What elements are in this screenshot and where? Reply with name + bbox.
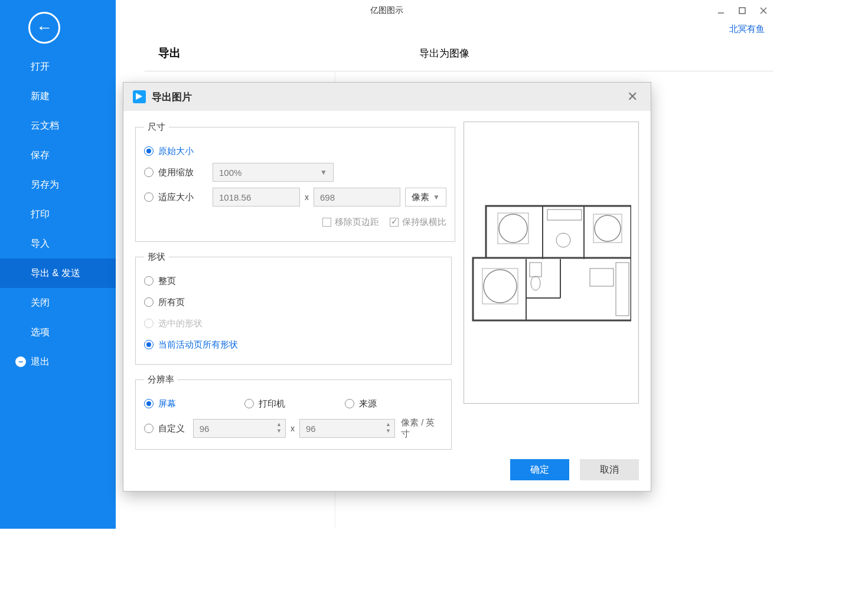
chevron-down-icon: ▼ (320, 168, 327, 176)
dpi-x-value: 96 (200, 424, 210, 434)
checkbox-keep-aspect-label[interactable]: 保持纵横比 (402, 217, 446, 228)
sidebar-item-label: 打开 (31, 61, 50, 73)
width-field[interactable]: 1018.56 (213, 188, 300, 207)
dpi-x-field[interactable]: 96 ▲▼ (193, 419, 286, 438)
header-export-as-image: 导出为图像 (419, 47, 469, 60)
unit-select[interactable]: 像素 ▼ (405, 188, 446, 207)
header-export: 导出 (158, 45, 181, 61)
svg-rect-5 (473, 258, 631, 320)
sidebar-item-label: 退出 (31, 356, 50, 368)
sidebar-item-options[interactable]: 选项 (0, 317, 116, 347)
divider (145, 71, 773, 71)
sidebar-item-label: 保存 (31, 149, 50, 162)
sidebar-item-import[interactable]: 导入 (0, 229, 116, 258)
dpi-y-field[interactable]: 96 ▲▼ (299, 419, 395, 438)
radio-screen-label[interactable]: 屏幕 (158, 398, 244, 410)
sidebar-item-label: 另存为 (31, 179, 59, 191)
titlebar: 亿图图示 (0, 0, 773, 21)
size-legend: 尺寸 (144, 122, 169, 133)
unit-value: 像素 (412, 192, 429, 203)
sidebar-item-label: 云文档 (31, 120, 59, 132)
checkbox-keep-aspect[interactable] (390, 218, 399, 227)
width-value: 1018.56 (219, 192, 251, 202)
sidebar-item-exit[interactable]: − 退出 (0, 347, 116, 376)
radio-source[interactable] (345, 399, 354, 408)
spinner-icon[interactable]: ▲▼ (384, 421, 392, 434)
radio-fit-size-label[interactable]: 适应大小 (158, 192, 213, 203)
sidebar-item-close[interactable]: 关闭 (0, 288, 116, 317)
radio-use-zoom[interactable] (144, 168, 154, 177)
page-header: 导出 导出为图像 (116, 35, 773, 71)
dpi-y-value: 96 (306, 424, 316, 434)
height-field[interactable]: 698 (314, 188, 400, 207)
back-arrow-icon: ← (36, 19, 53, 36)
svg-rect-1 (739, 8, 745, 14)
sidebar-item-label: 新建 (31, 90, 50, 103)
sidebar-item-label: 关闭 (31, 297, 50, 309)
sidebar-item-export-send[interactable]: 导出 & 发送 (0, 258, 116, 288)
shape-group: 形状 整页 所有页 选中的形状 当前活动页所有形状 (135, 251, 452, 365)
sidebar-item-saveas[interactable]: 另存为 (0, 170, 116, 199)
height-value: 698 (320, 192, 335, 202)
dpi-unit-label: 像素 / 英寸 (401, 417, 443, 440)
ok-button[interactable]: 确定 (510, 459, 569, 480)
floorplan-preview-icon (472, 204, 631, 322)
radio-active-page-all-shapes[interactable] (144, 340, 154, 349)
minimize-button[interactable] (716, 6, 726, 15)
app-title: 亿图图示 (370, 5, 403, 16)
sidebar-item-print[interactable]: 打印 (0, 199, 116, 229)
radio-selected-shapes (144, 319, 154, 328)
sidebar-item-cloud[interactable]: 云文档 (0, 111, 116, 140)
chevron-down-icon: ▼ (433, 193, 440, 201)
radio-custom-dpi-label[interactable]: 自定义 (158, 423, 193, 434)
x-separator: x (305, 192, 309, 202)
radio-printer-label[interactable]: 打印机 (259, 398, 345, 410)
radio-screen[interactable] (144, 399, 154, 408)
sidebar: ← 打开 新建 云文档 保存 另存为 打印 导入 导出 & 发送 关闭 选项 −… (0, 0, 116, 529)
zoom-value: 100% (219, 168, 242, 178)
radio-whole-page-label[interactable]: 整页 (158, 276, 176, 287)
sidebar-item-open[interactable]: 打开 (0, 52, 116, 81)
spinner-icon[interactable]: ▲▼ (275, 421, 283, 434)
radio-whole-page[interactable] (144, 276, 154, 286)
radio-use-zoom-label[interactable]: 使用缩放 (158, 167, 213, 178)
radio-printer[interactable] (244, 399, 254, 408)
export-image-dialog: ⯈ 导出图片 ✕ 尺寸 原始大小 使用缩放 100% (123, 82, 651, 492)
sidebar-item-save[interactable]: 保存 (0, 140, 116, 170)
radio-all-pages[interactable] (144, 297, 154, 307)
sidebar-item-label: 打印 (31, 208, 50, 221)
radio-all-pages-label[interactable]: 所有页 (158, 297, 185, 308)
cancel-button[interactable]: 取消 (580, 459, 639, 480)
close-dialog-button[interactable]: ✕ (624, 89, 641, 104)
size-group: 尺寸 原始大小 使用缩放 100% ▼ (135, 122, 455, 242)
radio-selected-shapes-label: 选中的形状 (158, 318, 203, 329)
radio-original-size[interactable] (144, 146, 154, 156)
sidebar-item-label: 选项 (31, 326, 50, 339)
exit-icon: − (15, 356, 26, 367)
radio-source-label[interactable]: 来源 (359, 398, 377, 410)
dialog-title: 导出图片 (152, 90, 192, 104)
radio-original-size-label[interactable]: 原始大小 (158, 146, 194, 157)
radio-active-page-all-shapes-label[interactable]: 当前活动页所有形状 (158, 339, 238, 351)
resolution-group: 分辨率 屏幕 打印机 来源 自定义 96 ▲▼ (135, 374, 452, 450)
app-logo-icon: ⯈ (133, 90, 146, 103)
checkbox-remove-margin-label[interactable]: 移除页边距 (335, 217, 379, 228)
sidebar-item-new[interactable]: 新建 (0, 81, 116, 111)
zoom-select[interactable]: 100% ▼ (213, 163, 334, 182)
preview-pane (464, 122, 639, 404)
close-window-button[interactable] (759, 6, 768, 15)
shape-legend: 形状 (144, 251, 169, 263)
resolution-legend: 分辨率 (144, 374, 178, 385)
back-button[interactable]: ← (28, 12, 60, 44)
radio-custom-dpi[interactable] (144, 424, 154, 433)
sidebar-item-label: 导入 (31, 238, 50, 250)
radio-fit-size[interactable] (144, 192, 154, 202)
x-separator: x (291, 424, 295, 433)
checkbox-remove-margin[interactable] (322, 218, 331, 227)
maximize-button[interactable] (738, 6, 747, 15)
sidebar-item-label: 导出 & 发送 (31, 267, 80, 280)
dialog-titlebar: ⯈ 导出图片 ✕ (123, 83, 651, 111)
user-link[interactable]: 北冥有鱼 (729, 24, 765, 35)
